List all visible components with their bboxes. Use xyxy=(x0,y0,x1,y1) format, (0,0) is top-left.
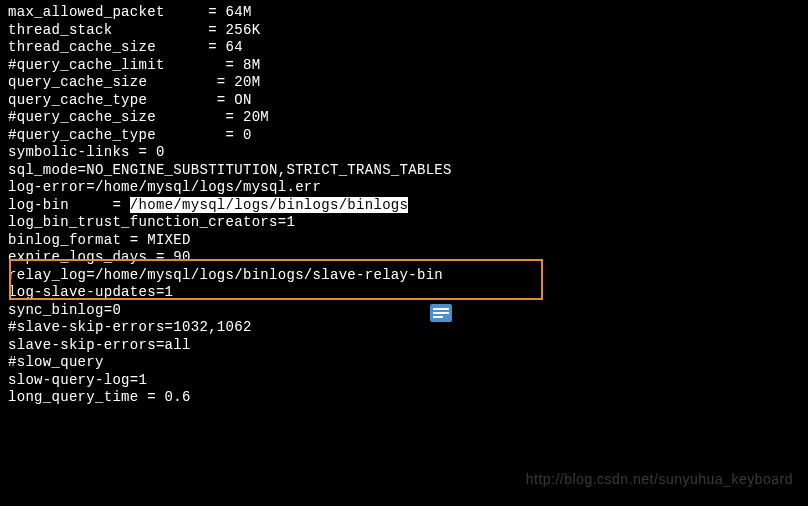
config-line: #query_cache_type = 0 xyxy=(8,127,800,145)
terminal-text-area[interactable]: max_allowed_packet = 64M thread_stack = … xyxy=(8,4,800,407)
config-line: log_bin_trust_function_creators=1 xyxy=(8,214,800,232)
logbin-prefix: log-bin = xyxy=(8,197,130,213)
config-line: relay_log=/home/mysql/logs/binlogs/slave… xyxy=(8,267,800,285)
config-line: #query_cache_size = 20M xyxy=(8,109,800,127)
config-line: binlog_format = MIXED xyxy=(8,232,800,250)
config-line-highlighted: log-bin = /home/mysql/logs/binlogs/binlo… xyxy=(8,197,408,213)
config-line: #query_cache_limit = 8M xyxy=(8,57,800,75)
config-line: slow-query-log=1 xyxy=(8,372,800,390)
paragraph-marker-icon xyxy=(430,304,452,322)
config-line: query_cache_type = ON xyxy=(8,92,800,110)
config-line: log-slave-updates=1 xyxy=(8,284,800,302)
config-line: log-error=/home/mysql/logs/mysql.err xyxy=(8,179,800,197)
config-line: sync_binlog=0 xyxy=(8,302,800,320)
selected-text[interactable]: /home/mysql/logs/binlogs/binlogs xyxy=(130,197,408,213)
config-line: sql_mode=NO_ENGINE_SUBSTITUTION,STRICT_T… xyxy=(8,162,800,180)
config-line: query_cache_size = 20M xyxy=(8,74,800,92)
watermark-text: http://blog.csdn.net/sunyuhua_keyboard xyxy=(526,471,793,489)
config-line: long_query_time = 0.6 xyxy=(8,389,800,407)
config-line: thread_stack = 256K xyxy=(8,22,800,40)
config-line: symbolic-links = 0 xyxy=(8,144,800,162)
config-line: thread_cache_size = 64 xyxy=(8,39,800,57)
config-line: slave-skip-errors=all xyxy=(8,337,800,355)
config-line: #slave-skip-errors=1032,1062 xyxy=(8,319,800,337)
config-line: expire_logs_days = 90 xyxy=(8,249,800,267)
config-line: #slow_query xyxy=(8,354,800,372)
config-line: max_allowed_packet = 64M xyxy=(8,4,800,22)
